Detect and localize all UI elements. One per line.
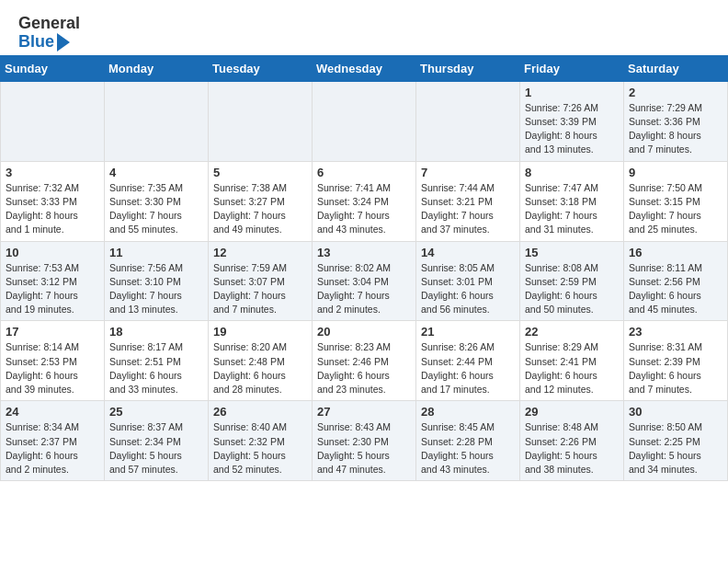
day-number: 17 bbox=[6, 325, 99, 339]
day-info: Sunrise: 7:50 AM Sunset: 3:15 PM Dayligh… bbox=[629, 181, 722, 237]
day-info: Sunrise: 8:48 AM Sunset: 2:26 PM Dayligh… bbox=[525, 420, 619, 477]
day-info: Sunrise: 8:02 AM Sunset: 3:04 PM Dayligh… bbox=[317, 261, 411, 317]
day-number: 14 bbox=[421, 246, 515, 259]
day-info: Sunrise: 8:23 AM Sunset: 2:46 PM Dayligh… bbox=[317, 340, 411, 396]
day-info: Sunrise: 7:44 AM Sunset: 3:21 PM Dayligh… bbox=[421, 181, 515, 237]
day-info: Sunrise: 7:47 AM Sunset: 3:18 PM Dayligh… bbox=[525, 181, 619, 237]
day-number: 21 bbox=[421, 325, 515, 339]
calendar-day-cell: 14Sunrise: 8:05 AM Sunset: 3:01 PM Dayli… bbox=[416, 241, 520, 321]
day-number: 7 bbox=[421, 166, 515, 179]
day-number: 19 bbox=[213, 325, 307, 339]
day-info: Sunrise: 7:59 AM Sunset: 3:07 PM Dayligh… bbox=[213, 261, 307, 317]
calendar-day-cell bbox=[416, 81, 520, 161]
calendar-day-cell: 7Sunrise: 7:44 AM Sunset: 3:21 PM Daylig… bbox=[416, 161, 520, 241]
logo: General Blue bbox=[18, 15, 80, 52]
day-number: 28 bbox=[421, 405, 515, 419]
day-number: 20 bbox=[317, 325, 411, 339]
day-info: Sunrise: 7:32 AM Sunset: 3:33 PM Dayligh… bbox=[6, 181, 99, 237]
page-header: General Blue bbox=[0, 0, 728, 55]
calendar-day-cell: 25Sunrise: 8:37 AM Sunset: 2:34 PM Dayli… bbox=[105, 401, 209, 481]
day-info: Sunrise: 8:40 AM Sunset: 2:32 PM Dayligh… bbox=[213, 420, 307, 477]
calendar-day-cell bbox=[105, 81, 209, 161]
day-info: Sunrise: 8:26 AM Sunset: 2:44 PM Dayligh… bbox=[421, 340, 515, 396]
day-number: 6 bbox=[317, 166, 411, 179]
day-info: Sunrise: 8:50 AM Sunset: 2:25 PM Dayligh… bbox=[629, 420, 722, 477]
day-info: Sunrise: 8:34 AM Sunset: 2:37 PM Dayligh… bbox=[6, 420, 99, 477]
calendar-day-cell: 4Sunrise: 7:35 AM Sunset: 3:30 PM Daylig… bbox=[105, 161, 209, 241]
day-number: 26 bbox=[213, 405, 307, 419]
day-number: 18 bbox=[109, 325, 203, 339]
weekday-header: Thursday bbox=[416, 55, 520, 81]
day-info: Sunrise: 8:08 AM Sunset: 2:59 PM Dayligh… bbox=[525, 261, 619, 317]
day-number: 23 bbox=[629, 325, 722, 339]
calendar-day-cell: 24Sunrise: 8:34 AM Sunset: 2:37 PM Dayli… bbox=[1, 401, 105, 481]
day-info: Sunrise: 8:45 AM Sunset: 2:28 PM Dayligh… bbox=[421, 420, 515, 477]
day-info: Sunrise: 7:41 AM Sunset: 3:24 PM Dayligh… bbox=[317, 181, 411, 237]
day-number: 29 bbox=[525, 405, 619, 419]
weekday-header: Friday bbox=[520, 55, 624, 81]
weekday-header: Wednesday bbox=[313, 55, 416, 81]
calendar-week-row: 3Sunrise: 7:32 AM Sunset: 3:33 PM Daylig… bbox=[1, 161, 728, 241]
day-info: Sunrise: 7:35 AM Sunset: 3:30 PM Dayligh… bbox=[109, 181, 203, 237]
calendar-day-cell: 21Sunrise: 8:26 AM Sunset: 2:44 PM Dayli… bbox=[416, 321, 520, 401]
day-number: 9 bbox=[629, 166, 722, 179]
logo-blue: Blue bbox=[18, 33, 54, 52]
calendar-day-cell: 15Sunrise: 8:08 AM Sunset: 2:59 PM Dayli… bbox=[520, 241, 624, 321]
calendar-day-cell bbox=[1, 81, 105, 161]
calendar-week-row: 1Sunrise: 7:26 AM Sunset: 3:39 PM Daylig… bbox=[1, 81, 728, 161]
weekday-header: Saturday bbox=[624, 55, 728, 81]
day-info: Sunrise: 7:29 AM Sunset: 3:36 PM Dayligh… bbox=[629, 101, 722, 157]
logo-general: General bbox=[18, 15, 80, 33]
calendar-day-cell: 12Sunrise: 7:59 AM Sunset: 3:07 PM Dayli… bbox=[209, 241, 313, 321]
day-number: 25 bbox=[109, 405, 203, 419]
day-info: Sunrise: 7:26 AM Sunset: 3:39 PM Dayligh… bbox=[525, 101, 619, 157]
calendar-day-cell: 19Sunrise: 8:20 AM Sunset: 2:48 PM Dayli… bbox=[209, 321, 313, 401]
day-info: Sunrise: 8:43 AM Sunset: 2:30 PM Dayligh… bbox=[317, 420, 411, 477]
calendar-day-cell: 10Sunrise: 7:53 AM Sunset: 3:12 PM Dayli… bbox=[1, 241, 105, 321]
weekday-header: Tuesday bbox=[209, 55, 313, 81]
calendar-day-cell: 18Sunrise: 8:17 AM Sunset: 2:51 PM Dayli… bbox=[105, 321, 209, 401]
day-number: 11 bbox=[109, 246, 203, 259]
day-number: 8 bbox=[525, 166, 619, 179]
calendar-day-cell: 9Sunrise: 7:50 AM Sunset: 3:15 PM Daylig… bbox=[624, 161, 728, 241]
calendar-day-cell: 20Sunrise: 8:23 AM Sunset: 2:46 PM Dayli… bbox=[313, 321, 416, 401]
calendar-week-row: 10Sunrise: 7:53 AM Sunset: 3:12 PM Dayli… bbox=[1, 241, 728, 321]
calendar-day-cell: 11Sunrise: 7:56 AM Sunset: 3:10 PM Dayli… bbox=[105, 241, 209, 321]
calendar-day-cell: 23Sunrise: 8:31 AM Sunset: 2:39 PM Dayli… bbox=[624, 321, 728, 401]
day-number: 1 bbox=[525, 86, 619, 99]
calendar-day-cell: 5Sunrise: 7:38 AM Sunset: 3:27 PM Daylig… bbox=[209, 161, 313, 241]
calendar-day-cell: 16Sunrise: 8:11 AM Sunset: 2:56 PM Dayli… bbox=[624, 241, 728, 321]
calendar-day-cell: 6Sunrise: 7:41 AM Sunset: 3:24 PM Daylig… bbox=[313, 161, 416, 241]
logo-arrow-icon bbox=[57, 33, 70, 52]
day-number: 3 bbox=[6, 166, 99, 179]
day-info: Sunrise: 8:29 AM Sunset: 2:41 PM Dayligh… bbox=[525, 340, 619, 396]
day-number: 13 bbox=[317, 246, 411, 259]
weekday-header: Sunday bbox=[1, 55, 105, 81]
calendar-week-row: 24Sunrise: 8:34 AM Sunset: 2:37 PM Dayli… bbox=[1, 401, 728, 481]
day-number: 16 bbox=[629, 246, 722, 259]
day-number: 10 bbox=[6, 246, 99, 259]
day-info: Sunrise: 8:31 AM Sunset: 2:39 PM Dayligh… bbox=[629, 340, 722, 396]
calendar-day-cell: 30Sunrise: 8:50 AM Sunset: 2:25 PM Dayli… bbox=[624, 401, 728, 481]
day-number: 2 bbox=[629, 86, 722, 99]
calendar-day-cell: 22Sunrise: 8:29 AM Sunset: 2:41 PM Dayli… bbox=[520, 321, 624, 401]
day-info: Sunrise: 8:20 AM Sunset: 2:48 PM Dayligh… bbox=[213, 340, 307, 396]
calendar-day-cell: 1Sunrise: 7:26 AM Sunset: 3:39 PM Daylig… bbox=[520, 81, 624, 161]
day-info: Sunrise: 7:38 AM Sunset: 3:27 PM Dayligh… bbox=[213, 181, 307, 237]
day-number: 12 bbox=[213, 246, 307, 259]
calendar-table: SundayMondayTuesdayWednesdayThursdayFrid… bbox=[0, 55, 728, 481]
calendar-week-row: 17Sunrise: 8:14 AM Sunset: 2:53 PM Dayli… bbox=[1, 321, 728, 401]
day-number: 30 bbox=[629, 405, 722, 419]
day-info: Sunrise: 8:11 AM Sunset: 2:56 PM Dayligh… bbox=[629, 261, 722, 317]
day-number: 22 bbox=[525, 325, 619, 339]
weekday-header: Monday bbox=[105, 55, 209, 81]
calendar-day-cell: 17Sunrise: 8:14 AM Sunset: 2:53 PM Dayli… bbox=[1, 321, 105, 401]
calendar-day-cell: 8Sunrise: 7:47 AM Sunset: 3:18 PM Daylig… bbox=[520, 161, 624, 241]
calendar-header-row: SundayMondayTuesdayWednesdayThursdayFrid… bbox=[1, 55, 728, 81]
calendar-day-cell bbox=[313, 81, 416, 161]
calendar-day-cell: 3Sunrise: 7:32 AM Sunset: 3:33 PM Daylig… bbox=[1, 161, 105, 241]
calendar-day-cell: 27Sunrise: 8:43 AM Sunset: 2:30 PM Dayli… bbox=[313, 401, 416, 481]
calendar-day-cell: 13Sunrise: 8:02 AM Sunset: 3:04 PM Dayli… bbox=[313, 241, 416, 321]
day-number: 24 bbox=[6, 405, 99, 419]
calendar-day-cell: 2Sunrise: 7:29 AM Sunset: 3:36 PM Daylig… bbox=[624, 81, 728, 161]
